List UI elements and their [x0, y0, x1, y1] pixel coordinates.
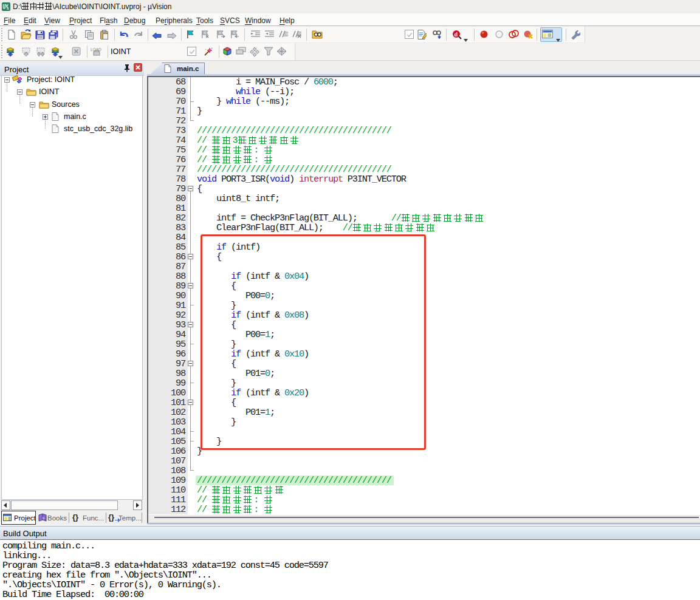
svg-text:?: ? [43, 516, 46, 520]
svg-text:LOAD: LOAD [91, 47, 101, 52]
svg-text:d: d [454, 31, 458, 38]
svg-text:5: 5 [7, 7, 9, 10]
